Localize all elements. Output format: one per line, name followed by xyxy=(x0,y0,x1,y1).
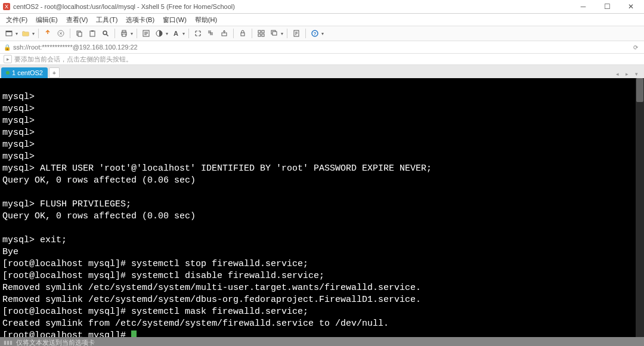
new-session-icon[interactable] xyxy=(4,28,14,39)
scrollbar[interactable] xyxy=(636,78,644,337)
dropdown-icon[interactable]: ▾ xyxy=(166,31,168,36)
window-title: centOS2 - root@localhost:/usr/local/mysq… xyxy=(13,3,572,10)
help-icon[interactable]: ? xyxy=(309,28,320,39)
copy-icon[interactable] xyxy=(74,28,85,39)
scrollbar-thumb[interactable] xyxy=(636,78,643,102)
dropdown-icon[interactable]: ▾ xyxy=(281,31,283,36)
separator xyxy=(114,29,115,38)
separator xyxy=(38,29,39,38)
separator xyxy=(287,29,287,38)
cursor xyxy=(131,330,137,337)
menu-bar: 文件(F) 编辑(E) 查看(V) 工具(T) 选项卡(B) 窗口(W) 帮助(… xyxy=(0,14,644,26)
svg-rect-23 xyxy=(262,34,264,36)
svg-rect-17 xyxy=(210,32,213,35)
fullscreen-icon[interactable] xyxy=(193,28,203,39)
toolbar: ▾ ▾ ▾ ▾ A▾ ▾ ?▾ xyxy=(0,26,644,41)
app-icon: X xyxy=(2,2,11,11)
send-bar-text: 仅将文本发送到当前选项卡 xyxy=(16,338,95,347)
svg-rect-19 xyxy=(241,33,244,36)
status-dot-icon xyxy=(6,71,10,75)
separator xyxy=(188,29,189,38)
close-button[interactable]: ✕ xyxy=(620,1,642,13)
separator xyxy=(70,29,70,38)
new-tab-button[interactable]: + xyxy=(49,67,60,78)
separator xyxy=(305,29,306,38)
dropdown-icon[interactable]: ▾ xyxy=(16,31,18,36)
svg-rect-21 xyxy=(262,30,264,33)
dropdown-icon[interactable]: ▾ xyxy=(131,31,133,36)
svg-rect-3 xyxy=(6,31,12,32)
hint-text: 要添加当前会话，点击左侧的箭头按钮。 xyxy=(14,55,132,64)
menu-file[interactable]: 文件(F) xyxy=(2,14,31,26)
separator xyxy=(252,29,252,38)
reconnect-icon[interactable] xyxy=(42,28,53,39)
menu-tools[interactable]: 工具(T) xyxy=(92,14,121,26)
tab-label: 1 centOS2 xyxy=(12,69,43,76)
terminal[interactable]: mysql> mysql> mysql> mysql> mysql> mysql… xyxy=(0,78,644,337)
script-icon[interactable] xyxy=(291,28,302,39)
svg-rect-25 xyxy=(273,32,277,35)
address-text[interactable]: ssh://root:************@192.168.100.129:… xyxy=(13,44,628,51)
disconnect-icon[interactable] xyxy=(55,28,66,39)
dropdown-icon[interactable]: ▾ xyxy=(321,31,324,36)
add-session-icon[interactable]: ▸ xyxy=(4,55,12,63)
font-icon[interactable]: A xyxy=(171,28,181,39)
colorscheme-icon[interactable] xyxy=(154,28,165,39)
svg-text:X: X xyxy=(5,4,8,10)
menu-view[interactable]: 查看(V) xyxy=(63,14,92,26)
lock-icon: 🔒 xyxy=(4,44,11,51)
properties-icon[interactable] xyxy=(141,28,151,39)
tab-menu-icon[interactable]: ▾ xyxy=(632,70,640,78)
menu-window[interactable]: 窗口(W) xyxy=(159,14,190,26)
svg-rect-22 xyxy=(258,34,261,36)
open-icon[interactable] xyxy=(20,28,31,39)
transparent-icon[interactable] xyxy=(206,28,216,39)
svg-rect-11 xyxy=(122,30,126,32)
lock-icon[interactable] xyxy=(237,28,248,39)
menu-help[interactable]: 帮助(H) xyxy=(191,14,221,26)
maximize-button[interactable]: ☐ xyxy=(596,1,618,13)
menu-edit[interactable]: 编辑(E) xyxy=(32,14,61,26)
tab-prev-icon[interactable]: ◂ xyxy=(613,70,621,78)
print-icon[interactable] xyxy=(119,28,129,39)
find-icon[interactable] xyxy=(100,28,111,39)
svg-point-9 xyxy=(103,31,107,35)
tab-next-icon[interactable]: ▸ xyxy=(623,70,631,78)
tab-bar: 1 centOS2 + ◂ ▸ ▾ xyxy=(0,65,644,78)
refresh-icon[interactable]: ⟳ xyxy=(631,44,640,51)
separator xyxy=(233,29,234,38)
menu-tabs[interactable]: 选项卡(B) xyxy=(122,14,158,26)
separator xyxy=(137,29,137,38)
ontop-icon[interactable] xyxy=(219,28,230,39)
svg-rect-12 xyxy=(122,34,126,36)
minimize-button[interactable]: ─ xyxy=(572,1,594,13)
dropdown-icon[interactable]: ▾ xyxy=(182,31,185,36)
paste-icon[interactable] xyxy=(87,28,98,39)
title-bar: X centOS2 - root@localhost:/usr/local/my… xyxy=(0,0,644,14)
svg-rect-7 xyxy=(90,31,95,36)
svg-rect-20 xyxy=(258,30,261,33)
svg-rect-8 xyxy=(91,30,94,32)
svg-text:A: A xyxy=(174,30,178,37)
address-bar: 🔒 ssh://root:************@192.168.100.12… xyxy=(0,41,644,54)
tile-icon[interactable] xyxy=(256,28,267,39)
collapse-icon[interactable]: ▮▮▮ xyxy=(4,339,13,345)
svg-text:?: ? xyxy=(314,31,317,36)
cascade-icon[interactable] xyxy=(269,28,280,39)
svg-rect-6 xyxy=(78,32,82,36)
send-bar: ▮▮▮ 仅将文本发送到当前选项卡 xyxy=(0,337,644,346)
hint-bar: ▸ 要添加当前会话，点击左侧的箭头按钮。 xyxy=(0,54,644,65)
tab-centos2[interactable]: 1 centOS2 xyxy=(1,67,48,78)
dropdown-icon[interactable]: ▾ xyxy=(32,31,35,36)
